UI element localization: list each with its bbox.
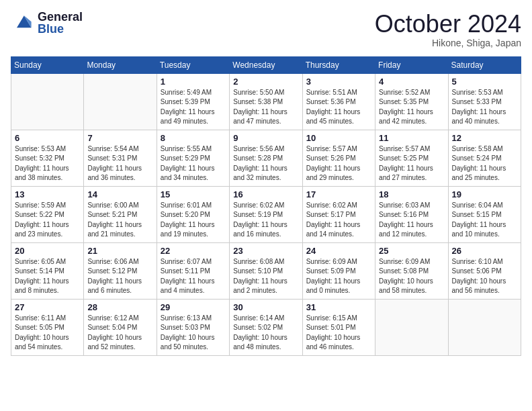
calendar-cell: [448, 299, 521, 355]
day-info: Sunrise: 5:55 AM Sunset: 5:29 PM Dayligh…: [161, 144, 226, 183]
day-number: 31: [306, 302, 371, 312]
day-number: 27: [15, 302, 80, 312]
calendar-cell: 11Sunrise: 5:57 AM Sunset: 5:25 PM Dayli…: [375, 130, 448, 186]
day-info: Sunrise: 5:57 AM Sunset: 5:26 PM Dayligh…: [306, 144, 371, 183]
day-number: 29: [161, 302, 226, 312]
calendar-cell: 5Sunrise: 5:53 AM Sunset: 5:33 PM Daylig…: [448, 73, 521, 130]
logo-blue-text: Blue: [38, 23, 83, 35]
day-info: Sunrise: 5:57 AM Sunset: 5:25 PM Dayligh…: [379, 144, 444, 183]
day-number: 9: [233, 133, 298, 143]
calendar-table: SundayMondayTuesdayWednesdayThursdayFrid…: [11, 56, 521, 356]
calendar-cell: 29Sunrise: 6:13 AM Sunset: 5:03 PM Dayli…: [157, 299, 229, 355]
day-info: Sunrise: 5:50 AM Sunset: 5:38 PM Dayligh…: [233, 88, 298, 127]
calendar-cell: 31Sunrise: 6:15 AM Sunset: 5:01 PM Dayli…: [302, 299, 375, 355]
day-info: Sunrise: 6:11 AM Sunset: 5:05 PM Dayligh…: [15, 314, 80, 353]
calendar-cell: 4Sunrise: 5:52 AM Sunset: 5:35 PM Daylig…: [375, 73, 448, 130]
weekday-header-tuesday: Tuesday: [157, 56, 229, 73]
calendar-week-4: 27Sunrise: 6:11 AM Sunset: 5:05 PM Dayli…: [11, 299, 521, 355]
day-number: 17: [306, 189, 371, 199]
day-number: 7: [87, 133, 152, 143]
calendar-cell: 15Sunrise: 6:01 AM Sunset: 5:20 PM Dayli…: [157, 186, 229, 242]
calendar-cell: 19Sunrise: 6:04 AM Sunset: 5:15 PM Dayli…: [448, 186, 521, 242]
day-number: 14: [87, 189, 152, 199]
weekday-header-saturday: Saturday: [448, 56, 521, 73]
calendar-cell: [84, 73, 157, 130]
weekday-header-sunday: Sunday: [11, 56, 84, 73]
day-number: 10: [306, 133, 371, 143]
day-number: 20: [15, 246, 80, 256]
calendar-cell: 26Sunrise: 6:10 AM Sunset: 5:06 PM Dayli…: [448, 242, 521, 299]
day-number: 21: [87, 246, 152, 256]
calendar-cell: 16Sunrise: 6:02 AM Sunset: 5:19 PM Dayli…: [230, 186, 302, 242]
calendar-week-0: 1Sunrise: 5:49 AM Sunset: 5:39 PM Daylig…: [11, 73, 521, 130]
day-info: Sunrise: 6:03 AM Sunset: 5:16 PM Dayligh…: [379, 201, 444, 240]
day-number: 13: [15, 189, 80, 199]
day-info: Sunrise: 5:59 AM Sunset: 5:22 PM Dayligh…: [15, 201, 80, 240]
day-info: Sunrise: 5:54 AM Sunset: 5:31 PM Dayligh…: [87, 144, 152, 183]
day-number: 18: [379, 189, 444, 199]
logo-name: General Blue: [38, 11, 83, 35]
month-title: October 2024: [375, 11, 521, 38]
title-block: October 2024 Hikone, Shiga, Japan: [375, 11, 521, 48]
day-number: 22: [161, 246, 226, 256]
calendar-cell: 18Sunrise: 6:03 AM Sunset: 5:16 PM Dayli…: [375, 186, 448, 242]
calendar-cell: 21Sunrise: 6:06 AM Sunset: 5:12 PM Dayli…: [84, 242, 157, 299]
day-info: Sunrise: 6:01 AM Sunset: 5:20 PM Dayligh…: [161, 201, 226, 240]
day-info: Sunrise: 5:53 AM Sunset: 5:33 PM Dayligh…: [452, 88, 517, 127]
day-info: Sunrise: 6:09 AM Sunset: 5:08 PM Dayligh…: [379, 257, 444, 296]
day-number: 1: [161, 77, 226, 87]
weekday-header-wednesday: Wednesday: [230, 56, 302, 73]
day-info: Sunrise: 6:12 AM Sunset: 5:04 PM Dayligh…: [87, 314, 152, 353]
day-number: 11: [379, 133, 444, 143]
calendar-cell: 30Sunrise: 6:14 AM Sunset: 5:02 PM Dayli…: [230, 299, 302, 355]
location-title: Hikone, Shiga, Japan: [375, 38, 521, 48]
calendar-cell: 9Sunrise: 5:56 AM Sunset: 5:28 PM Daylig…: [230, 130, 302, 186]
weekday-header-row: SundayMondayTuesdayWednesdayThursdayFrid…: [11, 56, 521, 73]
day-info: Sunrise: 6:02 AM Sunset: 5:17 PM Dayligh…: [306, 201, 371, 240]
calendar-cell: 17Sunrise: 6:02 AM Sunset: 5:17 PM Dayli…: [302, 186, 375, 242]
weekday-header-thursday: Thursday: [302, 56, 375, 73]
day-number: 2: [233, 77, 298, 87]
logo-general-text: General: [38, 11, 83, 23]
calendar-cell: 14Sunrise: 6:00 AM Sunset: 5:21 PM Dayli…: [84, 186, 157, 242]
page-header: General Blue October 2024 Hikone, Shiga,…: [11, 11, 521, 48]
calendar-cell: 24Sunrise: 6:09 AM Sunset: 5:09 PM Dayli…: [302, 242, 375, 299]
calendar-cell: 8Sunrise: 5:55 AM Sunset: 5:29 PM Daylig…: [157, 130, 229, 186]
day-number: 4: [379, 77, 444, 87]
day-info: Sunrise: 6:06 AM Sunset: 5:12 PM Dayligh…: [87, 257, 152, 296]
day-number: 5: [452, 77, 517, 87]
calendar-cell: 28Sunrise: 6:12 AM Sunset: 5:04 PM Dayli…: [84, 299, 157, 355]
day-number: 25: [379, 246, 444, 256]
day-info: Sunrise: 6:04 AM Sunset: 5:15 PM Dayligh…: [452, 201, 517, 240]
day-number: 6: [15, 133, 80, 143]
day-number: 23: [233, 246, 298, 256]
day-info: Sunrise: 6:09 AM Sunset: 5:09 PM Dayligh…: [306, 257, 371, 296]
calendar-cell: [11, 73, 84, 130]
calendar-cell: 10Sunrise: 5:57 AM Sunset: 5:26 PM Dayli…: [302, 130, 375, 186]
calendar-cell: 2Sunrise: 5:50 AM Sunset: 5:38 PM Daylig…: [230, 73, 302, 130]
calendar-cell: 27Sunrise: 6:11 AM Sunset: 5:05 PM Dayli…: [11, 299, 84, 355]
weekday-header-monday: Monday: [84, 56, 157, 73]
calendar-cell: 7Sunrise: 5:54 AM Sunset: 5:31 PM Daylig…: [84, 130, 157, 186]
day-info: Sunrise: 6:10 AM Sunset: 5:06 PM Dayligh…: [452, 257, 517, 296]
day-info: Sunrise: 6:13 AM Sunset: 5:03 PM Dayligh…: [161, 314, 226, 353]
calendar-cell: 3Sunrise: 5:51 AM Sunset: 5:36 PM Daylig…: [302, 73, 375, 130]
day-info: Sunrise: 6:05 AM Sunset: 5:14 PM Dayligh…: [15, 257, 80, 296]
day-info: Sunrise: 5:51 AM Sunset: 5:36 PM Dayligh…: [306, 88, 371, 127]
calendar-week-1: 6Sunrise: 5:53 AM Sunset: 5:32 PM Daylig…: [11, 130, 521, 186]
day-number: 28: [87, 302, 152, 312]
calendar-week-2: 13Sunrise: 5:59 AM Sunset: 5:22 PM Dayli…: [11, 186, 521, 242]
day-number: 15: [161, 189, 226, 199]
day-number: 16: [233, 189, 298, 199]
calendar-cell: 1Sunrise: 5:49 AM Sunset: 5:39 PM Daylig…: [157, 73, 229, 130]
day-info: Sunrise: 6:02 AM Sunset: 5:19 PM Dayligh…: [233, 201, 298, 240]
calendar-week-3: 20Sunrise: 6:05 AM Sunset: 5:14 PM Dayli…: [11, 242, 521, 299]
calendar-cell: 6Sunrise: 5:53 AM Sunset: 5:32 PM Daylig…: [11, 130, 84, 186]
day-info: Sunrise: 6:07 AM Sunset: 5:11 PM Dayligh…: [161, 257, 226, 296]
day-number: 24: [306, 246, 371, 256]
calendar-cell: [375, 299, 448, 355]
day-number: 26: [452, 246, 517, 256]
day-info: Sunrise: 5:49 AM Sunset: 5:39 PM Dayligh…: [161, 88, 226, 127]
day-info: Sunrise: 6:15 AM Sunset: 5:01 PM Dayligh…: [306, 314, 371, 353]
logo-icon: [11, 11, 35, 35]
